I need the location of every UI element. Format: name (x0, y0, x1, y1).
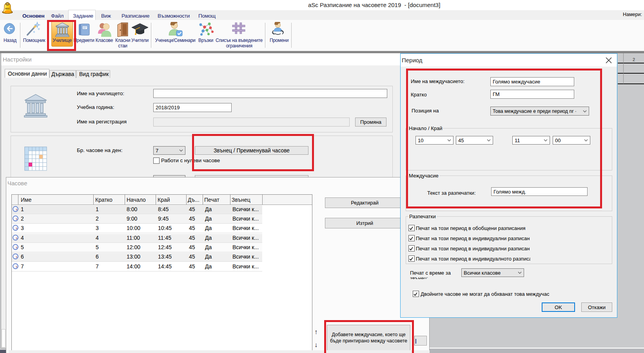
svg-text:asc: asc (5, 7, 10, 10)
